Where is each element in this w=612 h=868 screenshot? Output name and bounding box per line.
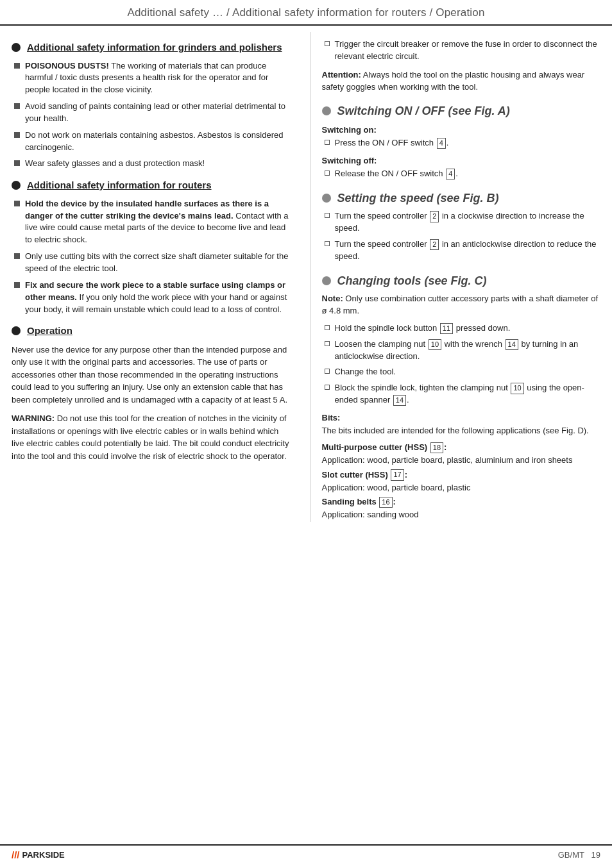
switching-on-text: Press the ON / OFF switch 4. xyxy=(335,137,449,149)
sq-sm-icon xyxy=(325,385,330,390)
changing-list: Hold the spindle lock button 11 pressed … xyxy=(322,322,601,406)
bits-item-2: Slot cutter (HSS) 17: xyxy=(322,469,601,481)
changing-item-text: Block the spindle lock, tighten the clam… xyxy=(335,382,601,406)
sq-bullet-icon xyxy=(14,282,20,288)
changing-item: Change the tool. xyxy=(322,366,601,378)
sq-sm-icon xyxy=(325,213,330,218)
bits-item-1: Multi-purpose cutter (HSS) 18: xyxy=(322,442,601,453)
sq-sm-icon xyxy=(325,241,330,246)
switching-on-list: Press the ON / OFF switch 4. xyxy=(322,137,601,149)
sq-bullet-icon xyxy=(14,201,20,206)
bits-item-3: Sanding belts 16: xyxy=(322,496,601,508)
list-item-text: Avoid sanding of paints containing lead … xyxy=(25,101,291,125)
bits-item-2-text: Application: wood, particle board, plast… xyxy=(322,482,601,494)
note-bold: Note: xyxy=(322,294,343,303)
list-item: Avoid sanding of paints containing lead … xyxy=(12,101,291,125)
note-body: Only use combination cutter accessory pa… xyxy=(322,294,599,315)
changing-item-text: Change the tool. xyxy=(335,366,396,378)
sq-bullet-icon xyxy=(14,160,20,166)
section2-heading: Additional safety information for router… xyxy=(12,179,291,192)
switching-title: Switching ON / OFF (see Fig. A) xyxy=(337,104,510,119)
bits-item-3-text: Application: sanding wood xyxy=(322,509,601,521)
section3-bullet xyxy=(12,326,21,335)
sq-sm-icon xyxy=(325,171,330,176)
switching-off-item: Release the ON / OFF switch 4. xyxy=(322,168,601,180)
section2-list: Hold the device by the insulated handle … xyxy=(12,198,291,316)
section3-title: Operation xyxy=(27,324,72,337)
section3-heading: Operation xyxy=(12,324,291,337)
brand-slash: /// xyxy=(12,849,20,860)
circuit-item: Trigger the circuit breaker or remove th… xyxy=(322,38,601,63)
changing-heading: Changing tools (see Fig. C) xyxy=(322,274,601,288)
bold-text: Fix and secure the work piece to a stabl… xyxy=(25,280,285,302)
sq-sm-icon xyxy=(325,369,330,374)
speed-item-text: Turn the speed controller 2 in an anticl… xyxy=(335,238,601,263)
footer-page-number: 19 xyxy=(591,850,600,860)
brand-name: PARKSIDE xyxy=(22,850,65,860)
switching-bullet xyxy=(322,106,331,115)
speed-item: Turn the speed controller 2 in a clockwi… xyxy=(322,210,601,235)
changing-item: Loosen the clamping nut 10 with the wren… xyxy=(322,338,601,363)
left-column: Additional safety information for grinde… xyxy=(12,32,297,522)
bits-item-1-title: Multi-purpose cutter (HSS) xyxy=(322,442,428,452)
bits-item: Slot cutter (HSS) 17: Application: wood,… xyxy=(322,469,601,494)
attention-text: Attention: Always hold the tool on the p… xyxy=(322,69,601,94)
bits-heading: Bits: xyxy=(322,413,601,422)
speed-heading: Setting the speed (see Fig. B) xyxy=(322,192,601,206)
changing-bullet xyxy=(322,276,331,285)
header-title: Additional safety … / Additional safety … xyxy=(127,6,484,19)
badge-4-on: 4 xyxy=(437,138,446,149)
sq-sm-icon xyxy=(325,140,330,145)
badge-2-ccw: 2 xyxy=(430,239,439,250)
speed-title: Setting the speed (see Fig. B) xyxy=(337,192,499,206)
section1-list: POISONOUS DUSTS! The working of material… xyxy=(12,60,291,171)
list-item: Hold the device by the insulated handle … xyxy=(12,198,291,246)
switching-heading: Switching ON / OFF (see Fig. A) xyxy=(322,104,601,119)
section1-heading: Additional safety information for grinde… xyxy=(12,41,291,54)
badge-16: 16 xyxy=(379,497,392,508)
switching-off-list: Release the ON / OFF switch 4. xyxy=(322,168,601,180)
badge-11: 11 xyxy=(440,323,453,334)
sq-sm-icon xyxy=(325,341,330,346)
section1-bullet xyxy=(12,43,21,52)
badge-17: 17 xyxy=(391,469,404,480)
operation-para1: Never use the device for any purpose oth… xyxy=(12,344,291,406)
poisonous-bold: POISONOUS DUSTS! xyxy=(25,61,109,71)
bits-item-1-text: Application: wood, particle board, plast… xyxy=(322,455,601,466)
changing-item-text: Hold the spindle lock button 11 pressed … xyxy=(335,322,511,335)
list-item: Fix and secure the work piece to a stabl… xyxy=(12,280,291,316)
list-item-text: POISONOUS DUSTS! The working of material… xyxy=(25,60,291,97)
badge-2-cw: 2 xyxy=(430,211,439,222)
attention-bold: Attention: xyxy=(322,70,361,79)
changing-item: Hold the spindle lock button 11 pressed … xyxy=(322,322,601,335)
operation-para2: WARNING: Do not use this tool for the cr… xyxy=(12,412,291,462)
bits-intro: The bits included are intended for the f… xyxy=(322,425,601,437)
main-content: Additional safety information for grinde… xyxy=(0,26,612,528)
bits-item-2-title: Slot cutter (HSS) xyxy=(322,470,388,480)
speed-list: Turn the speed controller 2 in a clockwi… xyxy=(322,210,601,262)
sq-bullet-icon xyxy=(14,132,20,138)
badge-14b: 14 xyxy=(393,395,406,406)
section1-title: Additional safety information for grinde… xyxy=(27,41,282,54)
badge-10a: 10 xyxy=(429,339,441,350)
switching-off-heading: Switching off: xyxy=(322,156,601,165)
switching-off-text: Release the ON / OFF switch 4. xyxy=(335,168,458,180)
list-item: POISONOUS DUSTS! The working of material… xyxy=(12,60,291,97)
speed-item: Turn the speed controller 2 in an anticl… xyxy=(322,238,601,263)
bits-item: Multi-purpose cutter (HSS) 18: Applicati… xyxy=(322,442,601,466)
section2-title: Additional safety information for router… xyxy=(27,179,212,192)
section2-bullet xyxy=(12,181,21,190)
list-item: Wear safety glasses and a dust protectio… xyxy=(12,158,291,170)
changing-note: Note: Only use combination cutter access… xyxy=(322,293,601,317)
page-header: Additional safety … / Additional safety … xyxy=(0,0,612,26)
list-item-text: Wear safety glasses and a dust protectio… xyxy=(25,158,205,170)
sq-sm-icon xyxy=(325,41,330,46)
list-item: Only use cutting bits with the correct s… xyxy=(12,251,291,275)
attention-body: Always hold the tool on the plastic hous… xyxy=(322,70,585,92)
footer-locale-page: GB/MT 19 xyxy=(558,850,600,860)
switching-on-heading: Switching on: xyxy=(322,125,601,135)
speed-bullet xyxy=(322,194,331,203)
warning-label: WARNING: xyxy=(12,413,55,423)
list-item-text: Do not work on materials containing asbe… xyxy=(25,129,291,154)
page-footer: /// PARKSIDE GB/MT 19 xyxy=(0,844,612,860)
